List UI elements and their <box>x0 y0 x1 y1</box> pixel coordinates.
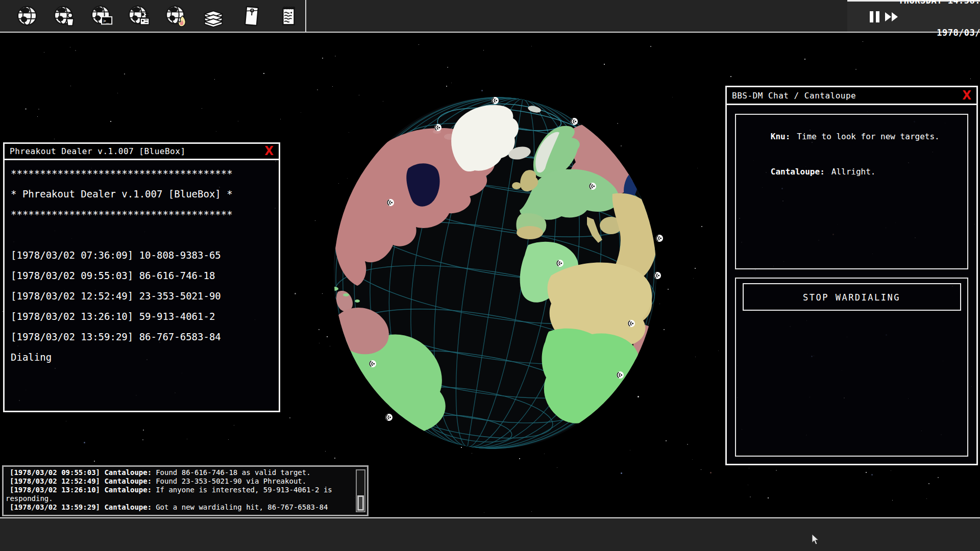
top-toolbar: >_ <box>0 0 980 33</box>
wardial-marker <box>556 260 564 267</box>
phreakout-titlebar[interactable]: Phreakout Dealer v.1.007 [BlueBox] X <box>5 144 279 160</box>
phreakout-window-title: Phreakout Dealer v.1.007 [BlueBox] <box>10 146 186 156</box>
wardial-marker <box>571 118 578 125</box>
clock-date: 1978/03/02 <box>898 28 980 38</box>
chat-titlebar[interactable]: BBS-DM Chat / Cantaloupe X <box>727 87 976 105</box>
chat-message-list[interactable]: Knu:Time to look for new targets. Cantal… <box>735 114 968 269</box>
notepad-icon[interactable] <box>276 4 300 28</box>
globe-terminal-icon[interactable]: >_ <box>90 4 113 28</box>
toolbar-icons: >_ <box>15 0 300 32</box>
log-entry: [1978/03/02 12:52:49] Cantaloupe:Found 2… <box>6 477 350 486</box>
log-entry: [1978/03/02 13:26:10] Cantaloupe:If anyo… <box>6 486 350 503</box>
terminal-line: [1978/03/02 13:26:10] 59-913-4061-2 <box>11 306 279 327</box>
chat-author: Cantaloupe: <box>771 167 825 177</box>
chat-text: Time to look for new targets. <box>797 132 939 141</box>
globe-icon[interactable] <box>15 4 39 28</box>
terminal-line: ************************************** <box>11 163 279 184</box>
wardial-marker <box>434 124 442 131</box>
bbs-dm-chat-window: BBS-DM Chat / Cantaloupe X Knu:Time to l… <box>725 86 978 465</box>
wardial-marker <box>617 371 624 379</box>
log-entry-prefix: [1978/03/02 09:55:03] Cantaloupe: <box>10 468 152 477</box>
log-entry: [1978/03/02 09:55:03] Cantaloupe:Found 8… <box>6 468 350 477</box>
wardial-panel: STOP WARDIALING <box>735 278 968 457</box>
log-scrollbar-thumb[interactable] <box>357 495 364 511</box>
chat-message: Cantaloupe:Allright. <box>741 154 962 189</box>
terminal-line: * Phreakout Dealer v.1.007 [BlueBox] * <box>11 184 279 204</box>
stop-wardialing-button[interactable]: STOP WARDIALING <box>743 283 961 311</box>
event-log-window[interactable]: [1978/03/02 09:55:03] Cantaloupe:Found 8… <box>2 465 369 516</box>
terminal-line: [1978/03/02 12:52:49] 23-353-5021-90 <box>11 286 279 306</box>
close-icon[interactable]: X <box>962 89 971 102</box>
terminal-line: [1978/03/02 07:36:09] 10-808-9383-65 <box>11 245 279 265</box>
books-icon[interactable] <box>202 4 225 28</box>
globe-person-icon[interactable] <box>53 4 76 28</box>
terminal-line: [1978/03/02 13:59:29] 86-767-6583-84 <box>11 327 279 347</box>
log-entry-text: Found 86-616-746-18 as valid target. <box>156 468 310 477</box>
chat-window-title: BBS-DM Chat / Cantaloupe <box>732 91 856 101</box>
globe-fire-icon[interactable] <box>164 4 188 28</box>
log-scrollbar[interactable] <box>356 469 365 512</box>
wardial-marker <box>589 183 596 190</box>
wardial-marker <box>628 320 635 327</box>
wardial-marker <box>369 360 376 367</box>
chat-message: Knu:Time to look for new targets. <box>741 119 962 154</box>
terminal-line <box>11 224 279 245</box>
terminal-line: Dialing <box>11 347 279 367</box>
wardial-marker <box>656 235 663 242</box>
log-entry-text: Found 23-353-5021-90 via Phreakout. <box>156 477 306 485</box>
terminal-line: ************************************** <box>11 204 279 224</box>
clock-panel: THURSDAY 14:58:06 1978/03/02 <box>847 0 980 32</box>
fast-forward-icon[interactable] <box>885 12 898 21</box>
clock-day-time: THURSDAY 14:58:06 <box>898 0 980 6</box>
wardial-marker <box>492 97 499 104</box>
wardial-marker <box>385 414 393 421</box>
wardial-marker <box>654 272 661 279</box>
log-entry-text: Got a new wardialing hit, 86-767-6583-84 <box>156 503 328 511</box>
svg-text:>_: >_ <box>103 18 109 23</box>
wardial-marker <box>387 199 394 206</box>
log-entry: [1978/03/02 13:59:29] Cantaloupe:Got a n… <box>6 503 350 512</box>
game-clock: THURSDAY 14:58:06 1978/03/02 <box>898 0 980 60</box>
close-icon[interactable]: X <box>264 145 274 157</box>
envelope-icon[interactable] <box>239 4 262 28</box>
globe-contacts-icon[interactable] <box>127 4 151 28</box>
pause-icon[interactable] <box>870 11 879 22</box>
log-entry-prefix: [1978/03/02 13:26:10] Cantaloupe: <box>10 486 152 494</box>
chat-author: Knu: <box>771 132 791 141</box>
log-entry-prefix: [1978/03/02 13:59:29] Cantaloupe: <box>10 503 152 511</box>
bottom-bar <box>0 517 980 551</box>
log-entry-prefix: [1978/03/02 12:52:49] Cantaloupe: <box>10 477 152 485</box>
toolbar-separator <box>305 0 306 32</box>
mouse-cursor <box>812 534 820 545</box>
phreakout-dealer-window: Phreakout Dealer v.1.007 [BlueBox] X ***… <box>3 142 280 412</box>
time-controls <box>847 11 898 22</box>
terminal-line: [1978/03/02 09:55:03] 86-616-746-18 <box>11 265 279 286</box>
chat-text: Allright. <box>831 167 876 177</box>
phreakout-terminal: ************************************** *… <box>5 160 279 367</box>
